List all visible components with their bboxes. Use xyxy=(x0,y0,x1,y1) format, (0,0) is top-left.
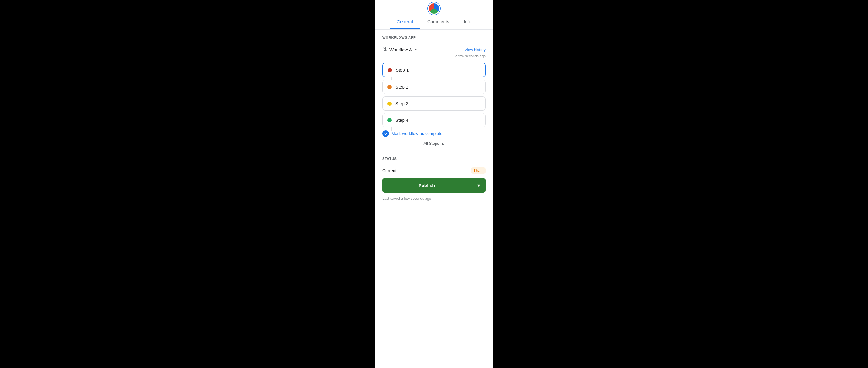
step-1[interactable]: Step 1 xyxy=(382,63,486,78)
steps-container: Step 1 Step 2 Step 3 Step 4 xyxy=(382,63,486,127)
current-label: Current xyxy=(382,168,397,173)
chevron-up-icon: ▲ xyxy=(441,142,444,146)
check-circle-icon xyxy=(382,130,389,137)
step-4-label: Step 4 xyxy=(395,118,408,123)
app-logo xyxy=(428,2,440,14)
step-4-dot xyxy=(388,118,392,122)
workflow-timestamp: a few seconds ago xyxy=(382,54,486,58)
step-3-dot xyxy=(388,101,392,106)
last-saved-text: Last saved a few seconds ago xyxy=(382,196,486,201)
publish-dropdown-button[interactable]: ▾ xyxy=(471,178,486,193)
step-2-label: Step 2 xyxy=(395,84,408,89)
status-heading: STATUS xyxy=(382,157,486,163)
workflow-icon: ⇅ xyxy=(382,46,387,53)
status-row: Current Draft xyxy=(382,167,486,174)
publish-button-wrapper: Publish ▾ xyxy=(382,178,486,193)
step-2[interactable]: Step 2 xyxy=(382,80,486,94)
workflow-name: Workflow A xyxy=(389,47,412,52)
step-3-label: Step 3 xyxy=(395,101,408,106)
view-history-link[interactable]: View history xyxy=(465,48,486,52)
tab-info[interactable]: Info xyxy=(456,15,478,29)
tab-general[interactable]: General xyxy=(390,15,420,29)
tab-bar: General Comments Info xyxy=(375,15,493,30)
main-content: WORKFLOWS APP ⇅ Workflow A ▾ View histor… xyxy=(375,30,493,368)
mark-complete-label: Mark workflow as complete xyxy=(392,131,442,136)
workflows-section-heading: WORKFLOWS APP xyxy=(382,36,486,42)
workflow-dropdown-icon: ▾ xyxy=(415,48,417,52)
panel-wrapper: General Comments Info WORKFLOWS APP ⇅ Wo… xyxy=(375,0,493,368)
publish-button[interactable]: Publish xyxy=(382,178,471,193)
publish-chevron-icon: ▾ xyxy=(477,183,480,188)
step-1-label: Step 1 xyxy=(396,67,409,72)
all-steps-toggle[interactable]: All Steps ▲ xyxy=(382,141,486,146)
top-logo-area xyxy=(375,0,493,15)
status-badge: Draft xyxy=(471,167,486,174)
step-3[interactable]: Step 3 xyxy=(382,96,486,111)
workflow-selector[interactable]: ⇅ Workflow A ▾ xyxy=(382,46,417,53)
status-section: STATUS Current Draft Publish ▾ Last save… xyxy=(382,152,486,201)
step-1-dot xyxy=(388,68,392,72)
tab-comments[interactable]: Comments xyxy=(420,15,457,29)
workflow-selector-row: ⇅ Workflow A ▾ View history xyxy=(382,46,486,53)
step-4[interactable]: Step 4 xyxy=(382,113,486,127)
all-steps-label: All Steps xyxy=(424,141,439,146)
step-2-dot xyxy=(388,85,392,89)
mark-complete-row[interactable]: Mark workflow as complete xyxy=(382,130,486,137)
